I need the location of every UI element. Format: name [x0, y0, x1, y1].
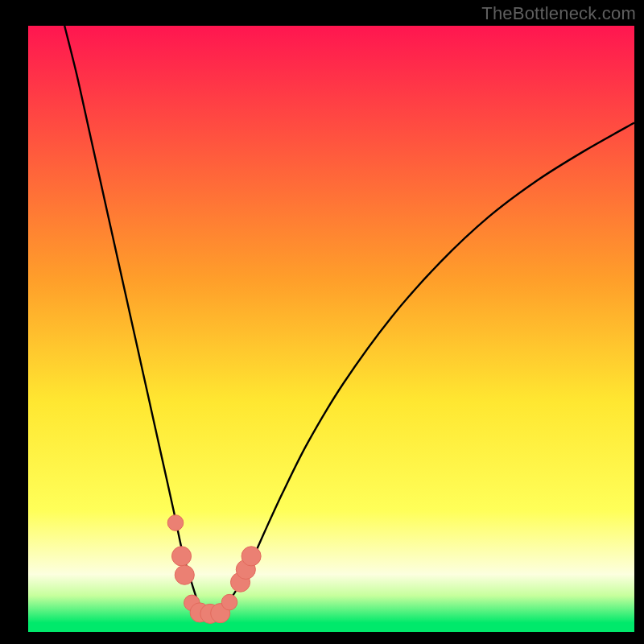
watermark-text: TheBottleneck.com — [481, 3, 636, 24]
data-marker — [171, 547, 191, 566]
plot-area — [28, 26, 634, 632]
outer-frame: TheBottleneck.com — [0, 0, 644, 644]
gradient-background — [28, 26, 634, 632]
data-marker — [167, 515, 184, 531]
data-marker — [242, 547, 261, 566]
bottleneck-chart — [28, 26, 634, 632]
data-marker — [221, 594, 237, 610]
data-marker — [175, 565, 194, 584]
